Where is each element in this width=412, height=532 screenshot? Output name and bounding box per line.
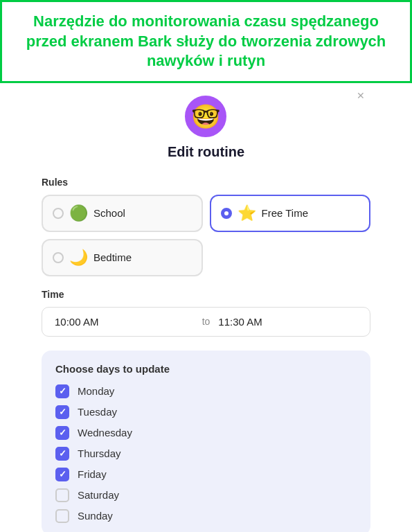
time-to: to	[202, 316, 211, 327]
freetime-radio[interactable]	[221, 208, 232, 219]
wednesday-checkbox[interactable]	[55, 426, 69, 440]
school-radio[interactable]	[53, 208, 64, 219]
day-row-tuesday: Tuesday	[55, 405, 357, 419]
freetime-icon: ⭐	[238, 204, 256, 222]
thursday-label: Thursday	[78, 447, 121, 459]
rule-bedtime[interactable]: 🌙 Bedtime	[42, 239, 203, 276]
rule-school[interactable]: 🟢 School	[42, 195, 203, 232]
days-section: Choose days to update Monday Tuesday Wed…	[42, 351, 370, 532]
school-label: School	[93, 207, 125, 219]
top-banner: Narzędzie do monitorowania czasu spędzan…	[0, 0, 412, 83]
banner-text: Narzędzie do monitorowania czasu spędzan…	[15, 12, 397, 71]
avatar: 🤓	[185, 96, 226, 137]
close-button[interactable]: ✕	[357, 90, 365, 101]
time-section: Time 10:00 AM to 11:30 AM	[42, 289, 370, 337]
avatar-emoji: 🤓	[191, 103, 220, 130]
tuesday-label: Tuesday	[78, 406, 117, 418]
rules-grid: 🟢 School ⭐ Free Time	[42, 195, 370, 232]
day-row-wednesday: Wednesday	[55, 426, 357, 440]
time-row: 10:00 AM to 11:30 AM	[42, 307, 370, 337]
bedtime-label: Bedtime	[93, 251, 132, 263]
day-row-friday: Friday	[55, 468, 357, 481]
friday-label: Friday	[78, 468, 107, 480]
sunday-label: Sunday	[78, 510, 113, 522]
thursday-checkbox[interactable]	[55, 447, 69, 461]
rules-label: Rules	[42, 177, 370, 188]
day-row-monday: Monday	[55, 384, 357, 398]
wednesday-label: Wednesday	[78, 427, 132, 438]
sunday-checkbox[interactable]	[55, 509, 69, 523]
day-row-saturday: Saturday	[55, 488, 357, 502]
saturday-label: Saturday	[78, 489, 119, 501]
bedtime-icon: 🌙	[69, 249, 88, 267]
rule-freetime[interactable]: ⭐ Free Time	[210, 195, 371, 232]
monday-checkbox[interactable]	[55, 384, 69, 398]
modal-area: ✕ 🤓 Edit routine Rules 🟢 School ⭐ Free T…	[0, 83, 412, 532]
time-label: Time	[42, 289, 370, 300]
day-row-sunday: Sunday	[55, 509, 357, 523]
page-title: Edit routine	[168, 144, 244, 160]
friday-checkbox[interactable]	[55, 468, 69, 481]
saturday-checkbox[interactable]	[55, 488, 69, 502]
avatar-area: 🤓 Edit routine	[168, 96, 244, 172]
monday-label: Monday	[78, 385, 114, 397]
tuesday-checkbox[interactable]	[55, 405, 69, 419]
freetime-label: Free Time	[262, 207, 309, 219]
bedtime-radio[interactable]	[53, 252, 64, 263]
school-icon: 🟢	[69, 204, 88, 222]
day-row-thursday: Thursday	[55, 447, 357, 461]
time-end[interactable]: 11:30 AM	[218, 316, 357, 328]
time-start[interactable]: 10:00 AM	[55, 316, 194, 328]
days-title: Choose days to update	[55, 363, 357, 375]
